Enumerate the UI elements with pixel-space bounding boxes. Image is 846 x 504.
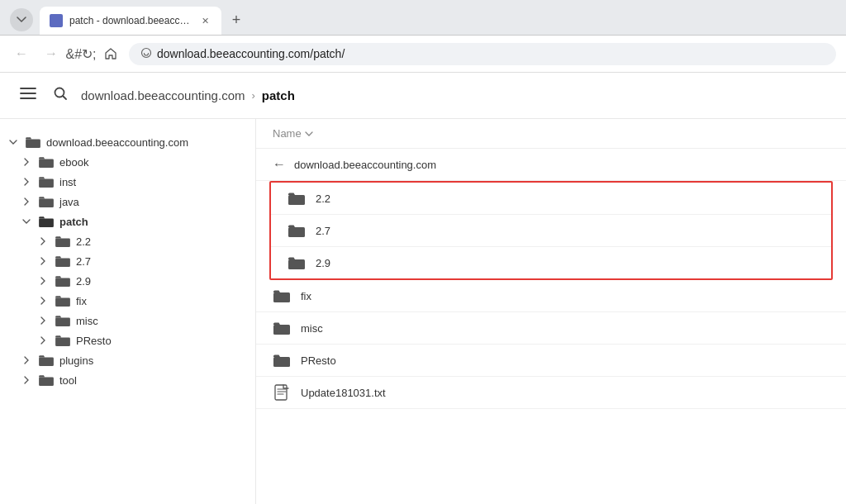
tree-label-patch: patch — [59, 216, 88, 228]
tree-root-label: download.beeaccounting.com — [46, 136, 188, 149]
tree-label-29: 2.9 — [76, 275, 91, 288]
chevron-right-icon — [20, 354, 33, 367]
file-name-fix: fix — [301, 290, 311, 302]
tab-favicon — [50, 14, 63, 27]
svg-rect-15 — [288, 195, 305, 205]
name-column-header[interactable]: Name — [273, 127, 313, 140]
file-row-29[interactable]: 2.9 — [271, 247, 831, 278]
tree-panel: download.beeaccounting.com ebook — [0, 119, 256, 504]
tree-label-misc: misc — [76, 315, 98, 327]
svg-rect-9 — [55, 278, 70, 287]
new-tab-button[interactable]: + — [225, 8, 248, 31]
forward-button[interactable]: → — [40, 42, 63, 65]
address-bar-row: ← → &#↻; download.beeaccounting.com/patc… — [0, 36, 846, 73]
text-file-icon — [273, 385, 291, 400]
back-navigation-row[interactable]: ← download.beeaccounting.com — [256, 149, 846, 181]
tree-label-22: 2.2 — [76, 235, 91, 248]
tree-item-patch[interactable]: patch — [0, 212, 255, 231]
back-label: download.beeaccounting.com — [294, 159, 436, 171]
breadcrumb-root[interactable]: download.beeaccounting.com — [81, 88, 245, 102]
breadcrumb: download.beeaccounting.com › patch — [81, 88, 295, 102]
tree-item-ebook[interactable]: ebook — [0, 152, 255, 172]
chevron-right-icon — [20, 373, 33, 387]
file-row-27[interactable]: 2.7 — [271, 215, 831, 247]
svg-rect-3 — [39, 159, 54, 168]
svg-rect-5 — [39, 198, 54, 207]
chevron-right-icon — [20, 195, 33, 208]
svg-rect-13 — [39, 357, 54, 366]
svg-rect-16 — [288, 227, 305, 237]
file-row-misc[interactable]: misc — [256, 312, 846, 345]
chevron-right-icon — [20, 175, 33, 188]
tree-item-java[interactable]: java — [0, 192, 255, 212]
home-button[interactable] — [99, 42, 122, 65]
tab-close-button[interactable]: ✕ — [198, 14, 212, 27]
tree-label-plugins: plugins — [59, 354, 93, 367]
folder-icon — [288, 191, 306, 206]
tree-item-patch-22[interactable]: 2.2 — [0, 231, 255, 251]
active-tab[interactable]: patch - download.beeaccounti... ✕ — [40, 7, 221, 35]
svg-rect-19 — [273, 325, 290, 335]
highlight-group: 2.2 2.7 2.9 — [269, 181, 833, 280]
tab-title: patch - download.beeaccounti... — [69, 15, 192, 26]
chevron-down-icon — [7, 136, 20, 149]
browser-chrome: patch - download.beeaccounti... ✕ + — [0, 0, 846, 36]
main-area: download.beeaccounting.com › patch downl… — [0, 73, 846, 504]
address-input[interactable]: download.beeaccounting.com/patch/ — [129, 43, 836, 65]
file-name-misc: misc — [301, 322, 323, 335]
file-name-txt: Update181031.txt — [301, 387, 386, 399]
address-security-icon — [140, 47, 152, 61]
tree-item-patch-fix[interactable]: fix — [0, 291, 255, 311]
tree-label-presto: PResto — [76, 335, 112, 347]
chevron-down-icon — [20, 215, 33, 228]
tab-dropdown-button[interactable] — [10, 8, 33, 31]
tree-item-patch-27[interactable]: 2.7 — [0, 251, 255, 271]
tree-item-root[interactable]: download.beeaccounting.com — [0, 132, 255, 152]
svg-rect-7 — [55, 238, 70, 247]
chevron-right-icon — [20, 155, 33, 169]
folder-icon — [25, 136, 41, 149]
tree-label-inst: inst — [59, 176, 76, 188]
file-row-txt[interactable]: Update181031.txt — [256, 377, 846, 409]
tree-label-fix: fix — [76, 295, 87, 307]
svg-rect-20 — [273, 357, 290, 367]
folder-icon — [55, 274, 71, 288]
chevron-right-icon — [36, 294, 50, 307]
folder-icon — [273, 288, 291, 303]
split-pane: download.beeaccounting.com ebook — [0, 119, 846, 504]
file-row-fix[interactable]: fix — [256, 280, 846, 312]
folder-icon — [38, 215, 55, 228]
reload-button[interactable]: &#↻; — [69, 42, 93, 65]
back-button[interactable]: ← — [10, 42, 33, 65]
search-icon[interactable] — [50, 83, 71, 108]
file-row-22[interactable]: 2.2 — [271, 183, 831, 215]
tree-item-patch-29[interactable]: 2.9 — [0, 271, 255, 291]
svg-rect-12 — [55, 337, 70, 346]
folder-icon — [273, 353, 291, 368]
tree-item-tool[interactable]: tool — [0, 370, 255, 390]
folder-icon — [38, 354, 55, 367]
tree-label-tool: tool — [59, 374, 77, 387]
file-name-presto: PResto — [301, 354, 336, 367]
folder-icon — [38, 175, 55, 188]
svg-rect-2 — [26, 139, 40, 148]
svg-rect-8 — [55, 258, 70, 267]
chevron-right-icon — [36, 314, 50, 327]
toolbar: download.beeaccounting.com › patch — [0, 73, 846, 119]
tree-item-patch-presto[interactable]: PResto — [0, 330, 255, 350]
tree-label-27: 2.7 — [76, 255, 91, 268]
tree-label-ebook: ebook — [59, 156, 88, 169]
menu-icon[interactable] — [17, 83, 40, 107]
tree-label-java: java — [59, 196, 79, 208]
tree-item-plugins[interactable]: plugins — [0, 350, 255, 370]
folder-icon — [288, 255, 306, 270]
file-row-presto[interactable]: PResto — [256, 345, 846, 377]
svg-rect-21 — [275, 385, 287, 400]
tree-item-inst[interactable]: inst — [0, 172, 255, 192]
svg-rect-11 — [55, 317, 70, 326]
chevron-right-icon — [36, 334, 50, 347]
tree-item-patch-misc[interactable]: misc — [0, 311, 255, 330]
svg-rect-10 — [55, 297, 70, 307]
file-name-22: 2.2 — [316, 193, 330, 205]
file-name-27: 2.7 — [316, 225, 330, 237]
